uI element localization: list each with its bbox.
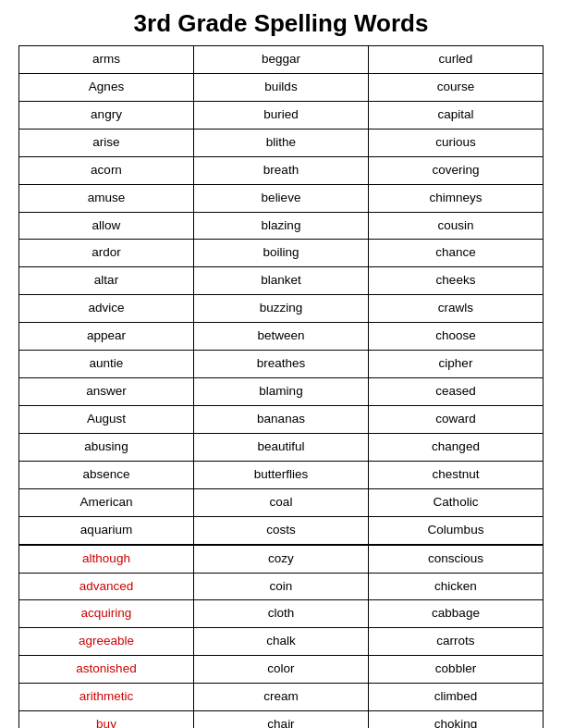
table-cell: blithe <box>194 129 369 156</box>
table-cell: astonished <box>19 656 194 684</box>
table-cell: believe <box>194 184 369 212</box>
table-cell: altar <box>19 267 194 295</box>
table-cell: chestnut <box>369 461 544 488</box>
table-cell: blazing <box>194 212 369 240</box>
table-cell: beggar <box>194 46 369 74</box>
table-cell: between <box>194 323 369 351</box>
table-cell: conscious <box>369 545 544 573</box>
table-cell: chair <box>194 711 369 728</box>
table-cell: changed <box>369 433 544 461</box>
table-cell: coal <box>194 488 369 516</box>
table-cell: chalk <box>194 628 369 656</box>
table-cell: cabbage <box>369 600 544 628</box>
table-cell: coin <box>194 573 369 600</box>
table-cell: course <box>369 73 544 101</box>
table-cell: boiling <box>194 240 369 267</box>
table-cell: buzzing <box>194 295 369 323</box>
table-cell: chicken <box>369 573 544 600</box>
table-cell: agreeable <box>19 628 194 656</box>
table-cell: cloth <box>194 600 369 628</box>
table-cell: beautiful <box>194 433 369 461</box>
table-cell: crawls <box>369 295 544 323</box>
table-cell: cheeks <box>369 267 544 295</box>
table-cell: cipher <box>369 351 544 378</box>
table-cell: cream <box>194 684 369 711</box>
table-cell: appear <box>19 323 194 351</box>
table-cell: curled <box>369 46 544 74</box>
table-cell: answer <box>19 378 194 406</box>
table-cell: absence <box>19 461 194 488</box>
table-cell: Agnes <box>19 73 194 101</box>
table-cell: auntie <box>19 351 194 378</box>
table-cell: acquiring <box>19 600 194 628</box>
table-cell: bananas <box>194 405 369 433</box>
table-cell: butterflies <box>194 461 369 488</box>
table-cell: breath <box>194 156 369 184</box>
table-cell: American <box>19 488 194 516</box>
table-cell: buy <box>19 711 194 728</box>
table-cell: although <box>19 545 194 573</box>
table-cell: chance <box>369 240 544 267</box>
table-cell: advanced <box>19 573 194 600</box>
table-cell: cobbler <box>369 656 544 684</box>
table-cell: amuse <box>19 184 194 212</box>
table-cell: breathes <box>194 351 369 378</box>
table-cell: curious <box>369 129 544 156</box>
table-cell: arms <box>19 46 194 74</box>
table-cell: advice <box>19 295 194 323</box>
table-cell: arithmetic <box>19 684 194 711</box>
table-cell: choking <box>369 711 544 728</box>
table-cell: ardor <box>19 240 194 267</box>
page-title: 3rd Grade Spelling Words <box>18 9 544 38</box>
table-cell: blaming <box>194 378 369 406</box>
table-cell: Catholic <box>369 488 544 516</box>
table-cell: carrots <box>369 628 544 656</box>
table-cell: abusing <box>19 433 194 461</box>
table-cell: chimneys <box>369 184 544 212</box>
table-cell: builds <box>194 73 369 101</box>
table-cell: choose <box>369 323 544 351</box>
table-cell: ceased <box>369 378 544 406</box>
table-cell: color <box>194 656 369 684</box>
table-cell: angry <box>19 101 194 129</box>
table-cell: cozy <box>194 545 369 573</box>
table-cell: August <box>19 405 194 433</box>
spelling-table: armsbeggarcurledAgnesbuildscourseangrybu… <box>18 45 544 728</box>
table-cell: climbed <box>369 684 544 711</box>
table-cell: arise <box>19 129 194 156</box>
table-cell: blanket <box>194 267 369 295</box>
table-cell: covering <box>369 156 544 184</box>
table-cell: acorn <box>19 156 194 184</box>
table-cell: buried <box>194 101 369 129</box>
table-cell: aquarium <box>19 516 194 544</box>
table-cell: allow <box>19 212 194 240</box>
table-cell: capital <box>369 101 544 129</box>
table-cell: cousin <box>369 212 544 240</box>
table-cell: costs <box>194 516 369 544</box>
table-cell: Columbus <box>369 516 544 544</box>
table-cell: coward <box>369 405 544 433</box>
